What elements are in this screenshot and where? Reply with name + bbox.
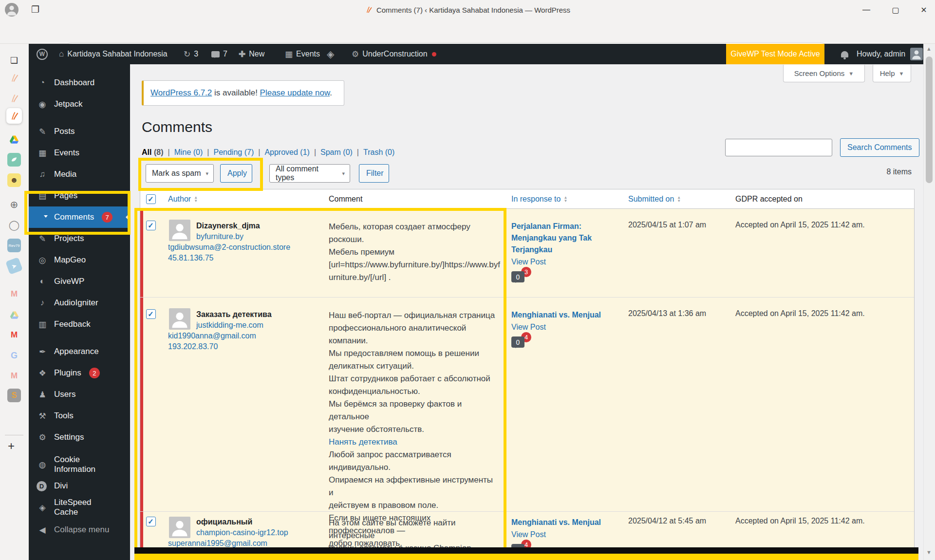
gmail-tab-icon[interactable]: M [6,286,22,302]
google-drive-tab-icon[interactable] [6,307,22,322]
givewp-test-mode-badge[interactable]: GiveWP Test Mode Active [726,44,824,64]
sidebar-item-givewp[interactable]: ◐ GiveWP [29,271,130,292]
maximize-button[interactable]: ▢ [884,0,907,19]
comment-type-select[interactable]: All comment types▾ [269,164,350,183]
admin-bar-account[interactable]: Howdy, admin [857,44,923,64]
close-button[interactable]: ✕ [913,0,935,19]
filter-mine[interactable]: Mine (0) [174,148,203,157]
post-title-link[interactable]: Perjalanan Firman: Menjangkau yang Tak T… [511,221,612,256]
tab-list-icon[interactable]: ❏ [6,53,22,68]
telegram-tab-icon[interactable]: ➤ [6,258,22,274]
divi-diamond-icon[interactable]: ◈ [327,44,334,64]
filter-all[interactable]: All (8) [142,148,163,157]
admin-bar-updates[interactable]: ↻3 [184,44,198,64]
sidebar-item-audioigniter[interactable]: ♪ AudioIgniter [29,292,130,314]
view-post-link[interactable]: View Post [511,323,546,332]
workspaces-icon[interactable]: ❐ [31,4,39,15]
admin-bar-comments[interactable]: 7 [211,44,227,64]
screen-options-button[interactable]: Screen Options▼ [783,65,865,82]
notifications-bell-icon[interactable] [841,44,848,64]
view-post-link[interactable]: View Post [511,258,546,266]
filter-trash[interactable]: Trash (0) [363,148,394,157]
apply-button[interactable]: Apply [220,164,252,183]
sidebar-item-collapse-menu[interactable]: ◀ Collapse menu [29,519,130,541]
s-site-tab-icon[interactable]: S [6,388,22,403]
author-ip-link[interactable]: 45.81.136.75 [168,253,322,263]
view-post-link[interactable]: View Post [511,530,546,539]
author-website-link[interactable]: champion-casino-igr12.top [196,527,322,538]
sidebar-item-feedback[interactable]: ▥ Feedback [29,314,130,335]
gmail-tab-icon[interactable]: M [6,327,22,343]
author-website-link[interactable]: justkidding-me.com [196,320,322,331]
sidebar-item-dashboard[interactable]: ◔ Dashboard [29,72,130,93]
sidebar-item-settings[interactable]: ⚙ Settings [29,427,130,448]
admin-bar-site-name[interactable]: ⌂Kartidaya Sahabat Indonesia [59,44,168,64]
author-website-link[interactable]: byfurniture.by [196,231,322,242]
search-comments-button[interactable]: Search Comments [840,138,919,157]
admin-bar-new[interactable]: ✚New [239,44,264,64]
bulk-actions-select[interactable]: Mark as spam▾ [146,164,214,183]
column-header-in-response-to[interactable]: In response to▲▼ [505,195,621,204]
filter-approved[interactable]: Approved (1) [264,148,310,157]
select-all-checkbox[interactable]: ✓ [146,194,156,204]
author-ip-link[interactable]: 193.202.83.70 [168,341,322,352]
comment-count-bubble[interactable]: 03 [511,271,612,282]
help-button[interactable]: Help▼ [873,65,911,82]
comment-inline-link[interactable]: Нанять детектива [329,437,397,447]
author-email-link[interactable]: tgdiubwsuma@2-construction.store [168,242,322,253]
kartidaya-tab-icon[interactable] [6,70,22,86]
row-checkbox[interactable]: ✓ [146,221,156,230]
filter-spam[interactable]: Spam (0) [320,148,353,157]
sidebar-item-label: Cookie Information [54,455,117,474]
sidebar-item-mapgeo[interactable]: ◎ MapGeo [29,249,130,271]
avatar [169,220,190,241]
rev79-tab-icon[interactable]: Rev79 [6,238,22,253]
sidebar-item-users[interactable]: ♟ Users [29,384,130,405]
google-tab-icon[interactable]: G [6,348,22,363]
sidebar-item-divi[interactable]: D Divi [29,475,130,497]
globe-tab-icon[interactable]: ◯ [6,217,22,233]
admin-bar-events[interactable]: ▦Events [285,44,320,64]
bird-tab-icon[interactable] [6,152,22,168]
gmail-tab-icon[interactable]: M [6,368,22,384]
column-header-author[interactable]: Author▲▼ [161,195,322,204]
search-comments-input[interactable] [725,139,832,156]
globe-cursor-tab-icon[interactable]: ⊕ [6,197,22,212]
sidebar-item-pages[interactable]: ▤ Pages [29,185,130,206]
column-header-submitted-on[interactable]: Submitted on▲▼ [621,195,729,204]
sidebar-item-media[interactable]: ♫ Media [29,164,130,185]
filter-pending[interactable]: Pending (7) [213,148,254,157]
author-email-link[interactable]: kid1990anna@gmail.com [168,331,322,341]
row-checkbox[interactable]: ✓ [146,517,156,526]
browser-profile-avatar[interactable] [5,3,19,17]
post-title-link[interactable]: Menghianati vs. Menjual [511,309,612,321]
comment-count-bubble[interactable]: 04 [511,336,612,348]
active-tab-kartidaya-icon[interactable] [6,108,22,124]
row-checkbox[interactable]: ✓ [146,309,156,319]
menu-icon: ♟ [37,390,48,400]
new-tab-icon[interactable]: + [8,439,15,453]
sidebar-item-events[interactable]: ▦ Events [29,142,130,164]
sidebar-item-comments[interactable]: Comments 7 [29,206,130,228]
post-title-link[interactable]: Menghianati vs. Menjual [511,517,612,528]
google-drive-tab-icon[interactable] [6,131,22,147]
sidebar-item-projects[interactable]: ✎ Projects [29,228,130,249]
mailchimp-tab-icon[interactable]: ☻ [6,172,22,188]
sidebar-item-plugins[interactable]: ❖ Plugins 2 [29,362,130,384]
sidebar-item-appearance[interactable]: ✒ Appearance [29,341,130,362]
admin-bar-underconstruction[interactable]: ⚙UnderConstruction [352,44,436,64]
minimize-button[interactable]: — [855,0,878,19]
sidebar-item-posts[interactable]: ✎ Posts [29,121,130,142]
kartidaya-tab-icon[interactable] [6,91,22,106]
wordpress-version-link[interactable]: WordPress 6.7.2 [150,88,212,97]
sidebar-item-litespeed-cache[interactable]: ◈ LiteSpeed Cache [29,497,130,518]
scroll-up-icon[interactable]: ▲ [926,46,932,52]
scrollbar-thumb[interactable] [926,56,933,183]
update-now-link[interactable]: Please update now [260,88,330,97]
sidebar-item-jetpack[interactable]: ◉ Jetpack [29,93,130,115]
filter-button[interactable]: Filter [359,164,389,183]
wp-logo-icon[interactable]: W [37,44,48,64]
scroll-down-icon[interactable]: ▼ [926,549,932,555]
sidebar-item-tools[interactable]: ⚒ Tools [29,405,130,427]
sidebar-item-cookie-information[interactable]: ◍ Cookie Information [29,454,130,475]
